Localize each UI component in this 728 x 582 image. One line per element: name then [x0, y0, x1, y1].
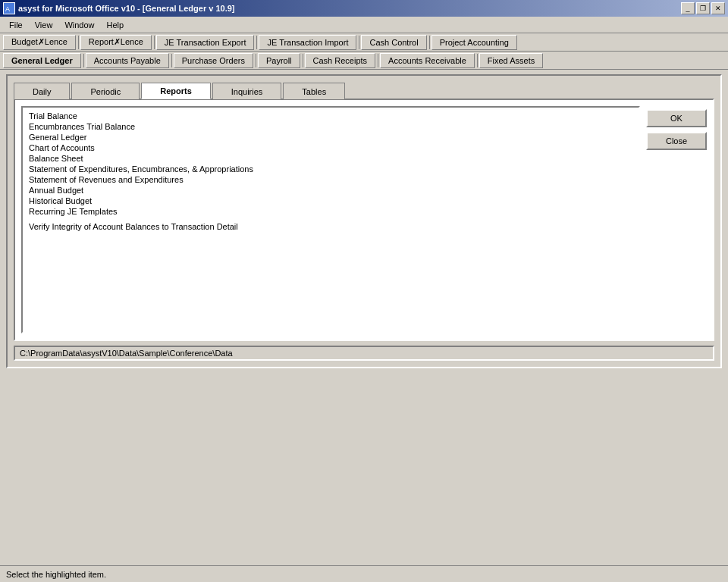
toolbar-project-accounting[interactable]: Project Accounting: [431, 35, 517, 50]
toolbar-je-import[interactable]: JE Transaction Import: [259, 35, 356, 50]
title-bar-buttons: _ ❐ ✕: [681, 2, 725, 14]
toolbar-budgetxlence[interactable]: Budget✗Lence: [3, 35, 76, 50]
toolbar-je-export[interactable]: JE Transaction Export: [156, 35, 255, 50]
tab-reports[interactable]: Reports: [141, 83, 211, 99]
path-text: C:\ProgramData\asystV10\Data\Sample\Conf…: [20, 349, 233, 358]
list-item[interactable]: Trial Balance: [26, 111, 635, 121]
toolbar-row-1: Budget✗Lence Report✗Lence JE Transaction…: [0, 33, 728, 52]
menu-view[interactable]: View: [29, 19, 59, 31]
menu-file[interactable]: File: [3, 19, 29, 31]
toolbar-cash-receipts[interactable]: Cash Receipts: [305, 53, 376, 68]
toolbar-row-2: General Ledger Accounts Payable Purchase…: [0, 52, 728, 70]
ok-button[interactable]: OK: [646, 109, 707, 127]
list-item[interactable]: Verify Integrity of Account Balances to …: [26, 221, 635, 232]
list-item[interactable]: Balance Sheet: [26, 153, 635, 164]
outer-panel: Daily Periodic Reports Inquiries Tables …: [6, 74, 722, 368]
path-bar: C:\ProgramData\asystV10\Data\Sample\Conf…: [14, 346, 714, 361]
toolbar-accounts-payable[interactable]: Accounts Payable: [86, 53, 169, 68]
app-icon: A: [3, 2, 15, 14]
toolbar-payroll[interactable]: Payroll: [258, 53, 300, 68]
list-item[interactable]: General Ledger: [26, 132, 635, 142]
list-item[interactable]: Recurring JE Templates: [26, 206, 635, 217]
toolbar-fixed-assets[interactable]: Fixed Assets: [479, 53, 543, 68]
tab-inquiries[interactable]: Inquiries: [212, 83, 282, 99]
list-item[interactable]: Statement of Revenues and Expenditures: [26, 174, 635, 185]
toolbar-accounts-receivable[interactable]: Accounts Receivable: [380, 53, 475, 68]
menu-bar: File View Window Help: [0, 17, 728, 33]
toolbar-reportxlence[interactable]: Report✗Lence: [80, 35, 152, 50]
minimize-button[interactable]: _: [681, 2, 695, 14]
tab-strip: Daily Periodic Reports Inquiries Tables: [14, 82, 714, 99]
restore-button[interactable]: ❐: [696, 2, 710, 14]
toolbar-purchase-orders[interactable]: Purchase Orders: [174, 53, 253, 68]
status-bar: Select the highlighted item.: [0, 565, 728, 582]
menu-help[interactable]: Help: [101, 19, 130, 31]
button-panel: OK Close: [646, 106, 707, 333]
title-bar-text: asyst for Microsoft Office v10 - [Genera…: [18, 4, 234, 13]
tab-periodic[interactable]: Periodic: [71, 83, 140, 99]
close-button[interactable]: ✕: [711, 2, 725, 14]
list-item[interactable]: Chart of Accounts: [26, 142, 635, 153]
content-box: Trial BalanceEncumbrances Trial BalanceG…: [14, 99, 714, 341]
toolbar-general-ledger[interactable]: General Ledger: [3, 53, 81, 68]
title-bar: A asyst for Microsoft Office v10 - [Gene…: [0, 0, 728, 17]
list-item[interactable]: Encumbrances Trial Balance: [26, 121, 635, 132]
reports-list[interactable]: Trial BalanceEncumbrances Trial BalanceG…: [21, 106, 640, 333]
list-item[interactable]: Historical Budget: [26, 196, 635, 206]
menu-window[interactable]: Window: [58, 19, 100, 31]
svg-text:A: A: [5, 5, 10, 13]
tab-daily[interactable]: Daily: [14, 83, 70, 99]
tab-tables[interactable]: Tables: [283, 83, 345, 99]
toolbar-cash-control[interactable]: Cash Control: [361, 35, 426, 50]
list-item[interactable]: Annual Budget: [26, 185, 635, 196]
close-button[interactable]: Close: [646, 132, 707, 150]
list-item[interactable]: Statement of Expenditures, Encumbrances,…: [26, 164, 635, 174]
status-text: Select the highlighted item.: [6, 570, 106, 579]
